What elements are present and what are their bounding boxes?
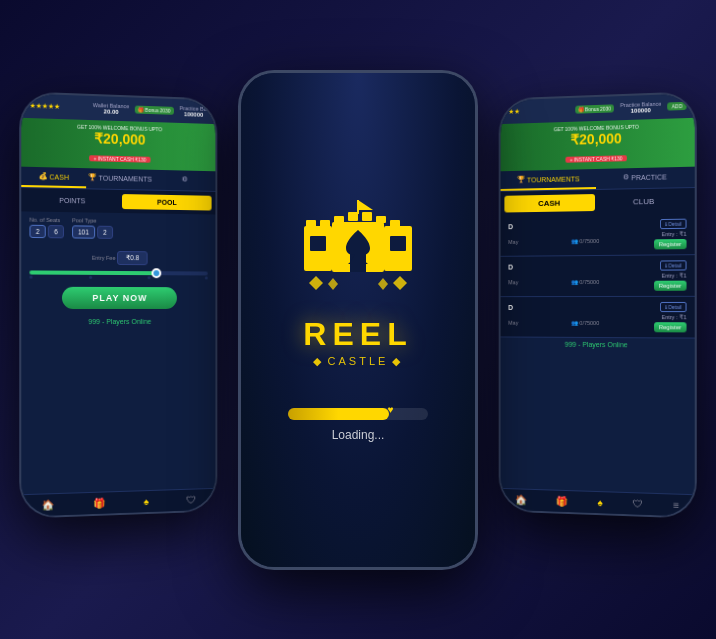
loading-heart-icon: ♥ bbox=[388, 404, 394, 415]
nav-home-right[interactable]: 🏠 bbox=[515, 494, 527, 505]
tournament-item: D ℹ Detail May 👥 0/75000 Entry : ₹1 Regi… bbox=[501, 255, 695, 297]
svg-rect-4 bbox=[334, 216, 344, 223]
entry-register-1: Entry : ₹1 Register bbox=[654, 231, 687, 250]
svg-marker-14 bbox=[309, 276, 323, 290]
tournament-item: D ℹ Detail May 👥 0/75000 Entry : ₹1 Regi… bbox=[501, 213, 695, 256]
seat-6[interactable]: 6 bbox=[48, 225, 64, 238]
filter-row: No. of Seats 2 6 Pool Type 101 2 bbox=[29, 217, 207, 240]
pool-101[interactable]: 101 bbox=[72, 225, 95, 238]
cards-icon: ♠ bbox=[144, 496, 149, 507]
tournament-item: D ℹ Detail May 👥 0/75000 Entry : ₹1 Regi… bbox=[501, 297, 695, 339]
phones-wrapper: ★★★★★ Wallet Balance 20.00 🎁 Bonus 2030 … bbox=[0, 0, 716, 639]
home-icon-right: 🏠 bbox=[515, 494, 527, 505]
tab-more[interactable]: ⚙ bbox=[154, 170, 215, 191]
t-row2: May 👥 0/75000 Entry : ₹1 Register bbox=[508, 314, 686, 333]
sub-tabs-left: POINTS POOL bbox=[21, 188, 215, 215]
entry-register-3: Entry : ₹1 Register bbox=[654, 314, 687, 332]
tab-tournaments[interactable]: 🏆 TOURNAMENTS bbox=[86, 168, 154, 190]
register-button-2[interactable]: Register bbox=[654, 281, 687, 291]
left-screen: ★★★★★ Wallet Balance 20.00 🎁 Bonus 2030 … bbox=[21, 93, 215, 516]
filter-section: No. of Seats 2 6 Pool Type 101 2 bbox=[21, 211, 215, 248]
slider-dot bbox=[148, 276, 151, 279]
nav-menu-right[interactable]: ≡ bbox=[673, 500, 679, 511]
left-phone: ★★★★★ Wallet Balance 20.00 🎁 Bonus 2030 … bbox=[19, 91, 217, 518]
pool-filter: Pool Type 101 2 bbox=[72, 217, 113, 239]
nav-home[interactable]: 🏠 bbox=[41, 499, 53, 511]
svg-rect-6 bbox=[362, 212, 372, 221]
play-now-button[interactable]: PLAY NOW bbox=[62, 287, 176, 309]
seat-2[interactable]: 2 bbox=[29, 225, 45, 238]
register-button-1[interactable]: Register bbox=[654, 239, 687, 249]
practice-balance: Practice Bal 100000 bbox=[179, 105, 207, 118]
t-row1: D ℹ Detail bbox=[508, 219, 686, 232]
svg-rect-5 bbox=[348, 212, 358, 221]
wallet-balance: Wallet Balance 20.00 bbox=[93, 102, 129, 115]
cash-club-tabs: CASH CLUB bbox=[501, 188, 695, 217]
stars-left: ★★★★★ bbox=[29, 102, 59, 111]
entry-register-2: Entry : ₹1 Register bbox=[654, 272, 687, 290]
subtab-points[interactable]: POINTS bbox=[25, 192, 118, 209]
t-row2: May 👥 0/75000 Entry : ₹1 Register bbox=[508, 231, 686, 251]
nav-cards[interactable]: ♠ bbox=[144, 496, 149, 507]
nav-gift[interactable]: 🎁 bbox=[93, 498, 105, 509]
nav-gift-right[interactable]: 🎁 bbox=[556, 496, 568, 507]
entry-fee-value: ₹0.8 bbox=[117, 251, 148, 265]
welcome-banner-left: GET 100% WELCOME BONUS UPTO ₹20,000 + IN… bbox=[21, 118, 215, 171]
svg-rect-7 bbox=[376, 216, 386, 223]
players-online-left: 999 - Players Online bbox=[21, 315, 215, 329]
svg-marker-15 bbox=[393, 276, 407, 290]
right-phone: ★★ 🎁 Bonus 2030 Practice Balance 100000 … bbox=[499, 91, 697, 518]
loading-bar-container: ♥ bbox=[288, 408, 428, 420]
welcome-banner-right: GET 100% WELCOME BONUS UPTO ₹20,000 + IN… bbox=[501, 118, 695, 171]
seats-boxes: 2 6 bbox=[29, 225, 64, 239]
bottom-nav-left: 🏠 🎁 ♠ 🛡 bbox=[21, 488, 215, 517]
pool-boxes: 101 2 bbox=[72, 225, 113, 239]
svg-rect-8 bbox=[390, 220, 400, 227]
nav-cards-right[interactable]: ♠ bbox=[597, 497, 602, 508]
practice-balance-right: Practice Balance 100000 bbox=[620, 101, 662, 115]
bottom-nav-right: 🏠 🎁 ♠ 🛡 ≡ bbox=[501, 488, 695, 517]
tab-cash[interactable]: 💰 CASH bbox=[21, 167, 85, 189]
cards-icon-right: ♠ bbox=[597, 497, 602, 508]
detail-button-3[interactable]: ℹ Detail bbox=[660, 302, 686, 312]
gift-icon-right: 🎁 bbox=[556, 496, 568, 507]
stars-right: ★★ bbox=[508, 108, 520, 116]
detail-button-1[interactable]: ℹ Detail bbox=[660, 219, 686, 230]
bonus-badge-right: 🎁 Bonus 2030 bbox=[575, 104, 614, 113]
pool-2[interactable]: 2 bbox=[97, 226, 113, 239]
nav-shield[interactable]: 🛡 bbox=[187, 494, 197, 505]
add-button-right[interactable]: ADD bbox=[668, 102, 687, 111]
svg-marker-0 bbox=[358, 200, 373, 210]
t-row2: May 👥 0/75000 Entry : ₹1 Register bbox=[508, 272, 686, 291]
tab-tournaments-right[interactable]: 🏆 TOURNAMENTS bbox=[501, 169, 596, 191]
nav-shield-right[interactable]: 🛡 bbox=[633, 498, 643, 509]
svg-rect-2 bbox=[306, 220, 316, 227]
slider-dot bbox=[205, 276, 208, 279]
tab-practice-right[interactable]: ⚙ PRACTICE bbox=[596, 167, 695, 189]
svg-rect-3 bbox=[320, 220, 330, 227]
tab-cash-right[interactable]: CASH bbox=[504, 194, 594, 212]
tournament-list: D ℹ Detail May 👥 0/75000 Entry : ₹1 Regi… bbox=[501, 213, 695, 338]
svg-rect-10 bbox=[310, 236, 326, 251]
gift-icon: 🎁 bbox=[93, 498, 105, 509]
slider-dot bbox=[29, 276, 32, 279]
loading-bar-fill: ♥ bbox=[288, 408, 389, 420]
players-count: 999 bbox=[88, 318, 100, 325]
register-button-3[interactable]: Register bbox=[654, 322, 687, 332]
home-icon: 🏠 bbox=[41, 499, 53, 511]
t-row1: D ℹ Detail bbox=[508, 260, 686, 271]
castle-subtitle: CASTLE bbox=[309, 355, 408, 368]
detail-button-2[interactable]: ℹ Detail bbox=[660, 260, 686, 270]
svg-marker-16 bbox=[328, 278, 338, 290]
reel-title: REEL bbox=[303, 316, 412, 353]
center-screen: REEL CASTLE ♥ Loading... bbox=[241, 73, 475, 567]
center-phone: REEL CASTLE ♥ Loading... bbox=[238, 70, 478, 570]
right-screen: ★★ 🎁 Bonus 2030 Practice Balance 100000 … bbox=[501, 93, 695, 516]
tab-club-right[interactable]: CLUB bbox=[597, 192, 690, 211]
slider-dot bbox=[89, 276, 92, 279]
bonus-badge: 🎁 Bonus 2030 bbox=[135, 106, 173, 115]
menu-icon-right: ≡ bbox=[673, 500, 679, 511]
balance-info-left: Wallet Balance 20.00 🎁 Bonus 2030 Practi… bbox=[93, 102, 208, 118]
subtab-pool[interactable]: POOL bbox=[121, 194, 211, 211]
slider-section bbox=[21, 268, 215, 281]
